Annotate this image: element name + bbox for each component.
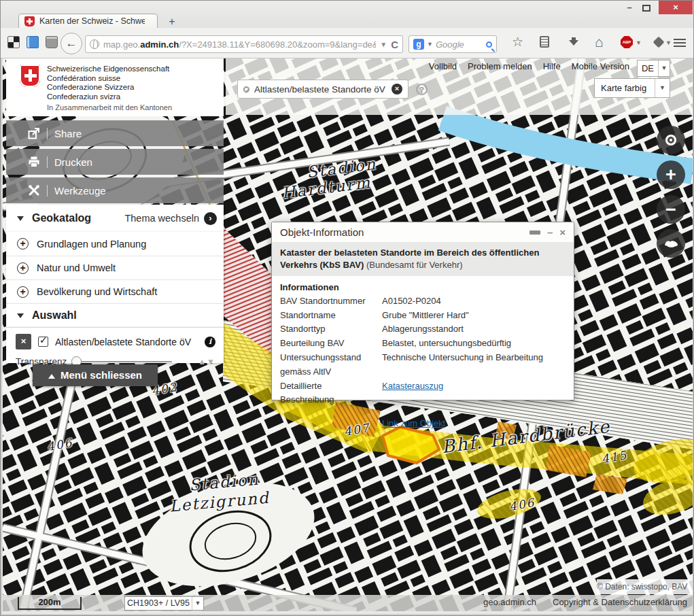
search-icon	[243, 86, 249, 92]
bookmarks-toolbar-icon[interactable]	[7, 36, 20, 48]
geokatalog-title[interactable]: Geokatalog	[32, 212, 124, 224]
popup-close-icon[interactable]: ×	[559, 226, 566, 238]
info-row: StandortnameGrube "Mittlerer Hard"	[280, 309, 566, 323]
object-link[interactable]: Link zum Objekt	[382, 418, 445, 428]
map-style-caret-icon: ▼	[655, 79, 670, 97]
downloads-icon[interactable]	[569, 37, 578, 47]
geolocate-icon	[665, 135, 676, 146]
window-maximize-button[interactable]	[642, 5, 650, 12]
layer-info-icon[interactable]: i	[205, 337, 215, 347]
nav-link-vollbild[interactable]: Vollbild	[429, 61, 457, 73]
search-magnifier-icon[interactable]	[486, 41, 492, 48]
swiss-coat-of-arms	[20, 65, 40, 87]
popup-layer-header: Kataster der belasteten Standorte im Ber…	[272, 242, 574, 276]
popup-minimize-icon[interactable]: –	[547, 226, 553, 238]
category-natur[interactable]: + Natur und Umwelt	[6, 256, 224, 279]
window-close-button[interactable]: ×	[659, 1, 693, 14]
category-bevoelkerung[interactable]: + Bevölkerung und Wirtschaft	[6, 279, 224, 303]
zoom-in-button[interactable]: +	[657, 160, 685, 189]
footer-site-link[interactable]: geo.admin.ch	[483, 597, 536, 607]
engine-dropdown-icon[interactable]: ▼	[427, 41, 433, 48]
logo-subline: In Zusammenarbeit mit den Kantonen	[47, 103, 172, 112]
popup-section-title: Informationen	[280, 282, 566, 292]
remove-layer-button[interactable]: ×	[16, 334, 31, 349]
expand-plus-icon[interactable]: +	[17, 262, 29, 274]
url-text: map.geo.admin.ch/?X=249138.11&Y=680698.2…	[103, 39, 376, 50]
tools-icon	[28, 184, 40, 196]
active-layer-panel: × Altlasten/belastete Standorte öV i Tra…	[6, 327, 224, 363]
pocket-toolbar-icon[interactable]	[46, 36, 58, 48]
tab-favicon-swiss-flag	[24, 16, 35, 27]
footer-links: geo.admin.ch Copyright & Datenschutzerkl…	[409, 597, 687, 607]
expand-plus-icon[interactable]: +	[17, 238, 29, 250]
info-row-object-link: Link zum Objekt	[280, 417, 566, 431]
nav-link-problem-melden[interactable]: Problem melden	[468, 61, 532, 73]
geokatalog-collapse-icon[interactable]	[17, 216, 24, 221]
footer-copyright-link[interactable]: Copyright & Datenschutzerklärung	[553, 597, 687, 607]
sidebar-item-share[interactable]: Share	[6, 120, 224, 146]
history-clipboard-icon[interactable]	[540, 36, 549, 48]
layer-visibility-checkbox[interactable]	[38, 337, 48, 347]
search-help-icon[interactable]: ?	[416, 84, 428, 95]
browser-tab[interactable]: Karten der Schweiz - Schweize...	[18, 14, 158, 28]
toolbar-overflow-icon[interactable]: ▼	[665, 39, 672, 46]
layer-reorder-icons[interactable]: ▲▼	[198, 357, 215, 366]
switzerland-outline-icon	[663, 238, 679, 249]
home-icon[interactable]: ⌂	[595, 36, 604, 48]
url-bar[interactable]: map.geo.admin.ch/?X=249138.11&Y=680698.2…	[85, 35, 403, 53]
default-extent-button[interactable]	[657, 229, 685, 258]
object-info-popup: Objekt-Information – × Kataster der bela…	[271, 222, 574, 400]
language-select[interactable]: DE ▼	[637, 60, 670, 77]
auswahl-collapse-icon[interactable]	[17, 313, 24, 318]
kataster-link[interactable]: Katasterauszug	[382, 381, 443, 391]
close-menu-button[interactable]: Menü schliessen	[33, 364, 158, 386]
popup-body: Informationen BAV StandortnummerA01502-P…	[272, 276, 574, 437]
projection-caret-icon: ▼	[192, 597, 203, 610]
popup-print-icon[interactable]	[530, 228, 540, 237]
back-button[interactable]: ←	[60, 33, 82, 54]
geolocate-button[interactable]	[657, 126, 685, 154]
search-engine-box[interactable]: g ▼ Google	[409, 35, 497, 53]
nav-link-hilfe[interactable]: Hilfe	[543, 61, 561, 73]
info-row: Beurteilung BAVBelastet, untersuchungsbe…	[280, 337, 566, 351]
projection-select[interactable]: CH1903+ / LV95 ▼	[124, 596, 204, 611]
language-caret-icon: ▼	[658, 61, 670, 76]
search-engine-placeholder[interactable]: Google	[436, 39, 483, 50]
geokatalog-categories-panel: + Grundlagen und Planung + Natur und Umw…	[6, 232, 224, 327]
popup-title: Objekt-Information	[280, 226, 523, 238]
top-nav-links: Vollbild Problem melden Hilfe Mobile Ver…	[395, 61, 629, 73]
reload-icon[interactable]: C	[391, 39, 398, 50]
category-grundlagen[interactable]: + Grundlagen und Planung	[6, 232, 224, 256]
theme-switch-label[interactable]: Thema wechseln	[124, 213, 199, 224]
tab-title: Karten der Schweiz - Schweize...	[39, 16, 145, 26]
theme-switch-arrow-icon[interactable]: ›	[204, 212, 217, 225]
browser-window: Karten der Schweiz - Schweize... + – × ←…	[0, 0, 694, 616]
popup-titlebar[interactable]: Objekt-Information – ×	[272, 222, 574, 242]
search-value[interactable]: Altlasten/belastete Standorte öV	[254, 84, 387, 95]
auswahl-header[interactable]: Auswahl	[6, 303, 224, 327]
map-search-field[interactable]: Altlasten/belastete Standorte öV ×	[237, 80, 409, 99]
new-tab-button[interactable]: +	[164, 16, 180, 28]
info-row-detail: Detaillierte Beschreibung Katasterauszug	[280, 379, 566, 408]
sidebar-item-tools[interactable]: Werkzeuge	[6, 177, 224, 203]
url-dropdown-icon[interactable]: ▼	[380, 41, 387, 48]
zoom-out-button[interactable]: −	[657, 195, 685, 224]
site-globe-icon	[90, 39, 99, 49]
google-icon[interactable]: g	[413, 39, 424, 50]
map-attribution[interactable]: © Daten: swisstopo, BAV	[597, 579, 693, 594]
expand-plus-icon[interactable]: +	[17, 286, 29, 298]
adblock-icon[interactable]: ABP	[621, 36, 633, 48]
nav-link-mobile-version[interactable]: Mobile Version	[572, 61, 629, 73]
logo-text: Schweizerische Eidgenossenschaft Confédé…	[47, 65, 169, 101]
printer-icon	[28, 156, 40, 168]
window-minimize-button[interactable]: –	[621, 2, 638, 14]
layer-label[interactable]: Altlasten/belastete Standorte öV	[55, 337, 198, 347]
sidebar-item-print[interactable]: Drucken	[6, 149, 224, 175]
search-clear-icon[interactable]: ×	[392, 84, 402, 95]
panel-toolbar-icon[interactable]	[27, 36, 39, 48]
menu-hamburger-icon[interactable]	[674, 39, 686, 40]
map-style-select[interactable]: Karte farbig ▼	[594, 78, 670, 98]
bookmark-star-icon[interactable]: ☆	[512, 36, 523, 48]
collapse-up-icon	[48, 374, 55, 379]
adblock-dropdown-icon[interactable]: ▼	[636, 39, 642, 46]
